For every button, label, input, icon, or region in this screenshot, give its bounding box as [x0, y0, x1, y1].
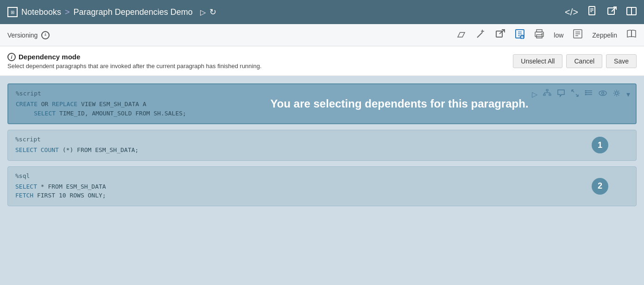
- dep-banner-actions: Unselect All Cancel Save: [513, 54, 637, 68]
- notebook-settings-button[interactable]: [573, 29, 583, 41]
- para-comment-button-1[interactable]: [557, 89, 565, 99]
- dependency-badge-2: 2: [592, 178, 608, 195]
- svg-rect-33: [549, 94, 551, 95]
- zeppelin-label: Zeppelin: [592, 32, 617, 39]
- eye-icon: [599, 89, 607, 97]
- code-keyword-select-3: SELECT: [15, 183, 37, 190]
- top-nav-right: </>: [565, 6, 637, 19]
- para-more-button-1[interactable]: ▾: [626, 90, 630, 99]
- print-button[interactable]: [534, 29, 544, 41]
- print-icon: [534, 29, 544, 39]
- para-sql-label: %sql: [15, 172, 629, 179]
- paragraph-panel-active[interactable]: %script CREATE OR REPLACE VIEW ESM_SH_DA…: [7, 83, 637, 124]
- dependency-banner: i Dependency mode Select dependent parag…: [0, 46, 644, 76]
- svg-rect-32: [543, 94, 545, 95]
- svg-point-13: [483, 31, 484, 32]
- breadcrumb-area: ⊞ Notebooks > Paragraph Dependencies Dem…: [7, 7, 216, 17]
- toolbar-left: Versioning: [7, 31, 50, 39]
- code-fn-count: COUNT: [41, 146, 59, 153]
- svg-point-48: [585, 92, 587, 94]
- info-icon: i: [7, 53, 16, 61]
- code-text-6: (*) FROM ESM_SH_DATA;: [63, 146, 139, 153]
- document-button[interactable]: [587, 6, 598, 19]
- svg-line-9: [477, 32, 482, 38]
- comment-icon: [557, 89, 565, 97]
- para-play-button-1[interactable]: ▷: [532, 90, 537, 99]
- code-text-2: VIEW ESM_SH_DATA A: [81, 101, 146, 108]
- play-button[interactable]: ▷: [200, 8, 206, 17]
- para-list-button-1[interactable]: [585, 89, 593, 99]
- para-code-2: SELECT COUNT (*) FROM ESM_SH_DATA;: [15, 146, 629, 155]
- paragraph-panel-1[interactable]: %script SELECT COUNT (*) FROM ESM_SH_DAT…: [7, 130, 637, 161]
- code-text-3: [16, 110, 30, 117]
- unselect-all-button[interactable]: Unselect All: [513, 54, 562, 68]
- para-settings-button-1[interactable]: [612, 89, 621, 99]
- clock-icon: [41, 31, 50, 39]
- eraser-icon: [456, 29, 467, 39]
- notebooks-label: Notebooks: [21, 7, 61, 17]
- svg-point-12: [482, 30, 483, 31]
- code-keyword-fetch: FETCH: [15, 192, 33, 199]
- svg-point-52: [615, 92, 618, 95]
- main-content: %script CREATE OR REPLACE VIEW ESM_SH_DA…: [0, 76, 644, 285]
- notebook-icon: ⊞: [7, 7, 18, 17]
- export-icon: [607, 6, 617, 16]
- para-code-1: CREATE OR REPLACE VIEW ESM_SH_DATA A SEL…: [16, 100, 628, 118]
- svg-point-47: [585, 90, 587, 92]
- low-label: low: [554, 32, 563, 39]
- export-button[interactable]: [607, 6, 617, 19]
- dep-banner-title: i Dependency mode: [7, 53, 262, 61]
- refresh-button[interactable]: ↻: [209, 7, 216, 17]
- dep-mode-title: Dependency mode: [19, 53, 80, 61]
- versioning-label: Versioning: [7, 32, 38, 39]
- para-expand-button-1[interactable]: [571, 89, 579, 99]
- top-nav: ⊞ Notebooks > Paragraph Dependencies Dem…: [0, 0, 644, 24]
- svg-marker-8: [458, 32, 465, 37]
- code-keyword-create: CREATE: [16, 101, 38, 108]
- secondary-toolbar: Versioning: [0, 24, 644, 46]
- split-view-button[interactable]: [626, 6, 637, 19]
- notebook-title: Paragraph Dependencies Demo: [74, 7, 193, 17]
- code-text-4: TIME_ID, AMOUNT_SOLD FROM SH.SALES;: [59, 110, 186, 117]
- code-keyword-replace: REPLACE: [52, 101, 77, 108]
- svg-point-51: [602, 92, 604, 95]
- breadcrumb-separator: >: [65, 7, 70, 17]
- import-icon: [515, 29, 525, 39]
- code-view-button[interactable]: </>: [565, 7, 578, 18]
- eraser-button[interactable]: [456, 29, 467, 41]
- code-text-8: FIRST 10 ROWS ONLY;: [37, 192, 106, 199]
- magic-wand-icon: [476, 29, 486, 39]
- split-icon: [626, 6, 637, 16]
- cancel-button[interactable]: Cancel: [566, 54, 602, 68]
- hierarchy-icon: [543, 89, 551, 97]
- para-eye-button-1[interactable]: [599, 89, 607, 99]
- svg-rect-31: [546, 89, 548, 91]
- external-link-icon: [495, 29, 505, 39]
- notebook-settings-icon: [573, 29, 583, 39]
- para-code-3: SELECT * FROM ESM_SH_DATA FETCH FIRST 10…: [15, 182, 629, 200]
- list-icon: [585, 89, 593, 97]
- dependency-badge-1: 1: [592, 137, 608, 153]
- external-link-button[interactable]: [495, 29, 505, 41]
- open-book-button[interactable]: [626, 29, 637, 41]
- magic-wand-button[interactable]: [476, 29, 486, 41]
- para-hierarchy-button-1[interactable]: [543, 89, 551, 99]
- import-button[interactable]: [515, 29, 525, 41]
- code-keyword-select-2: SELECT: [15, 146, 37, 153]
- settings-icon-para: [612, 89, 621, 97]
- code-text-7: * FROM ESM_SH_DATA: [41, 183, 106, 190]
- svg-rect-4: [608, 8, 614, 14]
- expand-icon: [571, 89, 579, 97]
- dep-banner-text: i Dependency mode Select dependent parag…: [7, 53, 262, 70]
- code-text-1: OR: [41, 101, 52, 108]
- svg-point-49: [585, 94, 587, 95]
- code-keyword-select: SELECT: [34, 110, 56, 117]
- save-button[interactable]: Save: [606, 54, 637, 68]
- svg-point-50: [599, 91, 606, 95]
- document-icon: [587, 6, 598, 16]
- paragraph-panel-2[interactable]: %sql SELECT * FROM ESM_SH_DATA FETCH FIR…: [7, 166, 637, 206]
- para-script-label-2: %script: [15, 136, 629, 143]
- svg-point-26: [542, 33, 543, 35]
- toolbar-right: low Zeppelin: [456, 29, 637, 41]
- para-toolbar-1: ▷: [532, 89, 630, 99]
